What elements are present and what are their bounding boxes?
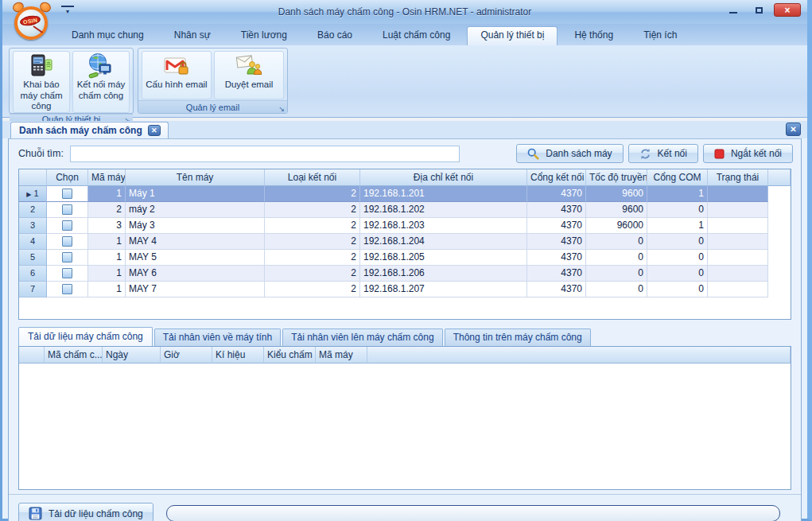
column-header-5[interactable]: Địa chỉ kết nối xyxy=(360,169,527,186)
row-select-checkbox[interactable] xyxy=(62,284,72,294)
log-column-header-1[interactable]: Mã chấm c... xyxy=(45,347,103,364)
column-header-6[interactable]: Cổng kết nối xyxy=(527,169,586,186)
row-filler xyxy=(768,186,791,202)
row-select-checkbox-cell xyxy=(47,218,88,234)
machine-list-button[interactable]: Danh sách máy xyxy=(516,144,623,163)
connect-attendance-machine-button[interactable]: Kết nối máy chấm công xyxy=(72,51,130,113)
log-column-header-3[interactable]: Giờ xyxy=(161,347,212,364)
column-header-4[interactable]: Loại kết nối xyxy=(265,169,360,186)
cell-9 xyxy=(708,186,768,202)
ribbon-tab-danh-muc-chung[interactable]: Danh mục chung xyxy=(58,26,157,45)
browse-email-button[interactable]: Duyệt email xyxy=(214,51,284,99)
row-select-checkbox-cell xyxy=(47,234,88,250)
column-header-7[interactable]: Tốc độ truyền xyxy=(586,169,647,186)
connect-button[interactable]: Kết nối xyxy=(628,144,698,163)
row-select-checkbox-cell xyxy=(47,282,88,297)
group-caption-label: Quản lý email xyxy=(186,103,239,112)
cell-5: 192.168.1.204 xyxy=(360,234,527,250)
cell-3: MAY 5 xyxy=(126,250,265,266)
cell-3: máy 2 xyxy=(126,202,265,218)
attendance-log-grid: Mã chấm c...NgàyGiờKí hiệuKiểu chấmMã má… xyxy=(18,346,791,490)
table-row[interactable]: 22máy 22192.168.1.202437096000 xyxy=(19,202,791,218)
close-icon: ✕ xyxy=(790,125,796,134)
row-select-checkbox-cell xyxy=(47,250,88,266)
log-row-indicator-header xyxy=(19,347,45,364)
selected-row-arrow-icon: ▶ xyxy=(26,191,31,198)
column-header-9[interactable]: Trạng thái xyxy=(708,169,768,186)
app-logo-osin-clock-icon[interactable]: OSIN xyxy=(12,2,52,42)
ribbon-group-email-buttons: Cấu hình email Duyệt email xyxy=(138,49,287,100)
cell-6: 4370 xyxy=(527,250,586,266)
log-column-header-4[interactable]: Kí hiệu xyxy=(212,347,264,364)
cell-6: 4370 xyxy=(527,202,586,218)
row-select-checkbox[interactable] xyxy=(62,220,72,231)
tab-thong-tin-tren-may-cham-cong[interactable]: Thông tin trên máy chấm công xyxy=(445,329,591,346)
disconnect-button[interactable]: Ngắt kết nối xyxy=(703,144,793,163)
log-column-header-5[interactable]: Kiểu chấm xyxy=(264,347,316,364)
column-header-filler xyxy=(768,169,791,186)
row-indicator-header xyxy=(19,169,47,186)
row-select-checkbox[interactable] xyxy=(62,236,72,247)
log-column-header-6[interactable]: Mã máy xyxy=(316,347,367,364)
ribbon-tab-quan-ly-thiet-bi[interactable]: Quản lý thiết bị xyxy=(467,26,558,45)
cell-2: 1 xyxy=(88,266,126,282)
row-select-checkbox[interactable] xyxy=(62,204,72,215)
table-row[interactable]: 41MAY 42192.168.1.204437000 xyxy=(19,234,791,250)
column-header-8[interactable]: Cổng COM xyxy=(647,169,708,186)
row-filler xyxy=(768,250,791,266)
column-header-3[interactable]: Tên máy xyxy=(126,169,265,186)
ribbon-tab-he-thong[interactable]: Hệ thống xyxy=(561,26,627,45)
table-row[interactable]: 51MAY 52192.168.1.205437000 xyxy=(19,250,791,266)
tab-tai-nhan-vien-len-may-cham-cong[interactable]: Tải nhân viên lên máy chấm công xyxy=(282,329,442,346)
ribbon-tab-luat-cham-cong[interactable]: Luật chấm công xyxy=(369,26,464,45)
row-filler xyxy=(768,282,791,297)
search-input[interactable] xyxy=(70,146,460,162)
ribbon-tab-nhan-su[interactable]: Nhân sự xyxy=(161,26,224,45)
row-select-checkbox[interactable] xyxy=(62,252,72,262)
clock-hand xyxy=(33,25,43,33)
cell-7: 96000 xyxy=(586,218,647,234)
close-button[interactable]: × xyxy=(774,3,801,17)
cell-6: 4370 xyxy=(527,234,586,250)
ribbon-button-label: Kết nối máy chấm công xyxy=(73,80,129,101)
document-tab-device-list[interactable]: Danh sách máy chấm công ✕ xyxy=(10,122,169,138)
cell-2: 1 xyxy=(88,250,126,266)
tab-tai-du-lieu-may-cham-cong[interactable]: Tải dữ liệu máy chấm công xyxy=(18,327,153,346)
content-panel: Chuỗi tìm: Danh sách máy Kết nối xyxy=(8,138,802,521)
row-select-checkbox[interactable] xyxy=(62,268,72,278)
quick-access-dropdown-icon[interactable]: ▾ xyxy=(61,6,74,17)
row-select-checkbox-cell xyxy=(47,266,88,282)
cell-6: 4370 xyxy=(527,218,586,234)
cell-9 xyxy=(708,266,768,282)
ribbon-tab-bao-cao[interactable]: Báo cáo xyxy=(304,26,366,45)
maximize-button[interactable] xyxy=(748,3,769,17)
declare-attendance-machine-button[interactable]: Khai báo máy chấm công xyxy=(13,51,70,113)
download-attendance-data-button[interactable]: Tải dữ liệu chấm công xyxy=(18,503,153,521)
cell-7: 0 xyxy=(586,234,647,250)
tab-tai-nhan-vien-ve-may-tinh[interactable]: Tải nhân viên về máy tính xyxy=(154,329,281,346)
cell-4: 2 xyxy=(265,218,360,234)
column-header-1[interactable]: Chọn xyxy=(47,169,88,186)
log-column-header-2[interactable]: Ngày xyxy=(103,347,161,364)
ribbon-button-label: Khai báo máy chấm công xyxy=(14,80,69,112)
cell-5: 192.168.1.203 xyxy=(360,218,527,234)
document-tab-close-icon[interactable]: ✕ xyxy=(148,125,161,136)
table-row[interactable]: ▶11Máy 12192.168.1.201437096001 xyxy=(19,186,791,202)
column-header-2[interactable]: Mã máy xyxy=(88,169,126,186)
row-select-checkbox[interactable] xyxy=(62,189,72,199)
configure-email-button[interactable]: Cấu hình email xyxy=(142,51,212,99)
dialog-launcher-icon[interactable]: ↘ xyxy=(278,105,285,113)
machines-grid-header: ChọnMã máyTên máyLoại kết nốiĐịa chỉ kết… xyxy=(19,169,791,186)
cell-6: 4370 xyxy=(527,282,586,297)
minimize-button[interactable] xyxy=(723,3,744,17)
ribbon-tab-tien-ich[interactable]: Tiện ích xyxy=(630,26,690,45)
osin-brand-badge: OSIN xyxy=(19,14,41,27)
close-icon: × xyxy=(784,5,790,16)
table-row[interactable]: 33Máy 32192.168.1.2034370960001 xyxy=(19,218,791,234)
ribbon-tab-tien-luong[interactable]: Tiền lương xyxy=(227,26,301,45)
cell-8: 0 xyxy=(647,266,708,282)
table-row[interactable]: 71MAY 72192.168.1.207437000 xyxy=(19,282,791,297)
table-row[interactable]: 61MAY 62192.168.1.206437000 xyxy=(19,266,791,282)
panel-close-button[interactable]: ✕ xyxy=(786,122,801,136)
row-indicator: 3 xyxy=(19,218,47,234)
